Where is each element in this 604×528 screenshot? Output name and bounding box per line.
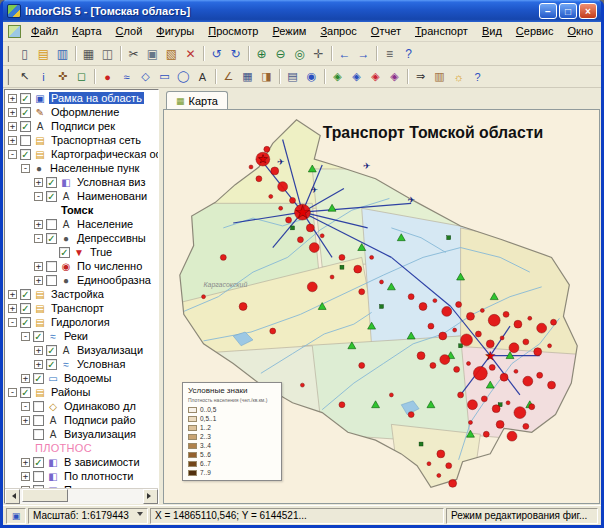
collapse-box[interactable]: - (21, 332, 30, 341)
tree-item-13[interactable]: +◉По численно (5, 259, 158, 273)
select-arrow-icon[interactable]: ↖ (15, 68, 34, 86)
tree-item-6[interactable]: -●Населенные пунк (5, 161, 158, 175)
tree-item-2[interactable]: +✓✎Оформление (5, 105, 158, 119)
layer-label[interactable]: Условная виз (75, 176, 148, 188)
layer-checkbox[interactable]: ✓ (20, 317, 31, 328)
menu-item-9[interactable]: Транспорт (408, 24, 475, 39)
layer-checkbox[interactable]: ✓ (20, 149, 31, 160)
delete-icon[interactable]: ✕ (181, 44, 200, 63)
expand-box[interactable]: + (8, 122, 17, 131)
layer-label[interactable]: Депрессивны (75, 232, 148, 244)
cut-icon[interactable]: ✂ (124, 44, 143, 63)
expand-box[interactable]: + (34, 346, 43, 355)
tree-item-19[interactable]: +✓AВизуализаци (5, 343, 158, 357)
tree-item-23[interactable]: -◇Одинаково дл (5, 399, 158, 413)
tree-horizontal-scrollbar[interactable] (5, 488, 158, 503)
tree-item-3[interactable]: +✓AПодписи рек (5, 119, 158, 133)
close-button[interactable]: × (579, 3, 597, 19)
tree-item-16[interactable]: +✓▤Транспорт (5, 301, 158, 315)
layer-checkbox[interactable] (33, 429, 44, 440)
layer-checkbox[interactable]: ✓ (33, 331, 44, 342)
menu-item-10[interactable]: Вид (475, 24, 509, 39)
identify-info-icon[interactable]: i (34, 68, 53, 86)
layer-checkbox[interactable]: ✓ (33, 373, 44, 384)
zoom-extent-icon[interactable]: ◎ (290, 44, 309, 63)
layer-checkbox[interactable]: ✓ (20, 121, 31, 132)
legend-panel-icon[interactable]: ▤ (283, 68, 302, 86)
layer-checkbox[interactable]: ✓ (20, 107, 31, 118)
context-help-icon[interactable]: ? (468, 68, 487, 86)
layer-label[interactable]: Транспорт (49, 302, 106, 314)
collapse-box[interactable]: - (21, 402, 30, 411)
menu-item-4[interactable]: Фигуры (149, 24, 201, 39)
transport-report-icon[interactable]: ▥ (430, 68, 449, 86)
new-document-icon[interactable]: ▯ (15, 44, 34, 63)
tree-item-26[interactable]: ПЛОТНОС (5, 441, 158, 455)
tree-item-7[interactable]: +✓◧Условная виз (5, 175, 158, 189)
layers-list-icon[interactable]: ≡ (380, 44, 399, 63)
layer-label[interactable]: Оформление (49, 106, 121, 118)
tree-item-17[interactable]: -✓▤Гидрология (5, 315, 158, 329)
save-map-icon[interactable]: ▥ (53, 44, 72, 63)
layer-label[interactable]: Визуализация (62, 428, 138, 440)
title-bar[interactable]: IndorGIS 5 - [Томская область] − □ × (3, 0, 601, 22)
zoom-out-icon[interactable]: ⊖ (271, 44, 290, 63)
measure-icon[interactable]: ∠ (219, 68, 238, 86)
minimize-button[interactable]: − (539, 3, 557, 19)
layer-label[interactable]: Подписи рек (49, 120, 117, 132)
layer-checkbox[interactable] (20, 135, 31, 146)
menu-item-5[interactable]: Просмотр (201, 24, 265, 39)
layer-checkbox[interactable] (33, 401, 44, 412)
expand-box[interactable]: + (34, 360, 43, 369)
open-map-icon[interactable]: ▤ (34, 44, 53, 63)
next-view-icon[interactable]: → (354, 44, 373, 63)
maximize-button[interactable]: □ (559, 3, 577, 19)
layer-checkbox[interactable]: ✓ (46, 359, 57, 370)
collapse-box[interactable]: - (8, 318, 17, 327)
layer-checkbox[interactable]: ✓ (59, 247, 70, 258)
tree-item-27[interactable]: +✓◧В зависимости (5, 455, 158, 469)
menu-item-1[interactable]: Файл (24, 24, 65, 39)
collapse-box[interactable]: - (8, 150, 17, 159)
menu-item-6[interactable]: Режим (265, 24, 313, 39)
brightness-icon[interactable]: ☼ (449, 68, 468, 86)
route-search-icon[interactable]: ⇒ (411, 68, 430, 86)
expand-box[interactable]: + (21, 472, 30, 481)
paste-icon[interactable]: ▧ (162, 44, 181, 63)
layer-label[interactable]: По численно (75, 260, 144, 272)
menu-item-2[interactable]: Карта (65, 24, 108, 39)
expand-box[interactable]: + (8, 290, 17, 299)
layer-label[interactable]: True (88, 246, 114, 258)
redo-icon[interactable]: ↻ (226, 44, 245, 63)
expand-box[interactable]: + (21, 374, 30, 383)
tree-item-15[interactable]: +✓▤Застройка (5, 287, 158, 301)
collapse-box[interactable]: - (34, 234, 43, 243)
toolbar-gripper[interactable] (7, 69, 11, 85)
tree-item-28[interactable]: +◧По плотности (5, 469, 158, 483)
expand-box[interactable]: + (8, 94, 17, 103)
expand-box[interactable]: + (8, 108, 17, 117)
layer-label[interactable]: Населенные пунк (48, 162, 141, 174)
scale-dropdown-icon[interactable] (137, 512, 143, 519)
scrollbar-thumb[interactable] (22, 489, 68, 502)
scroll-left-button[interactable] (5, 489, 20, 504)
zoom-in-icon[interactable]: ⊕ (252, 44, 271, 63)
layer-checkbox[interactable] (33, 415, 44, 426)
layer-label[interactable]: Наименовани (75, 190, 149, 202)
tree-item-12[interactable]: ✓▼True (5, 245, 158, 259)
layer-label[interactable]: Единообразна (75, 274, 153, 286)
child-window-icon[interactable] (8, 25, 21, 38)
pan-hand-icon[interactable]: ✜ (53, 68, 72, 86)
layer-label[interactable]: Реки (62, 330, 90, 342)
tree-item-21[interactable]: +✓▭Водоемы (5, 371, 158, 385)
layer-label[interactable]: Население (75, 218, 135, 230)
print-icon[interactable]: ▦ (79, 44, 98, 63)
layer-label[interactable]: Картографическая ос (49, 148, 158, 160)
tree-item-18[interactable]: -✓≈Реки (5, 329, 158, 343)
layer-checkbox[interactable]: ✓ (20, 303, 31, 314)
layer-checkbox[interactable]: ✓ (46, 345, 57, 356)
draw-ellipse-icon[interactable]: ◯ (174, 68, 193, 86)
layer-label[interactable]: Подписи райо (62, 414, 138, 426)
menu-item-3[interactable]: Слой (109, 24, 150, 39)
tree-item-4[interactable]: +▤Траспортная сеть (5, 133, 158, 147)
